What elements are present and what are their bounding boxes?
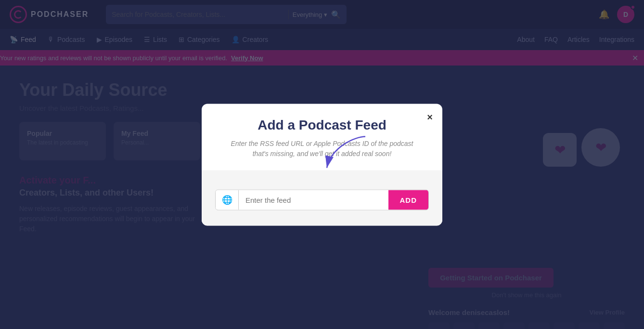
globe-icon: 🌐 bbox=[222, 195, 232, 205]
feed-icon-wrap: 🌐 bbox=[216, 190, 239, 210]
background-page: PODCHASER Everything ▾ 🔍 🔔 D 📡 Feed 🎙 bbox=[0, 0, 644, 329]
arrow-svg bbox=[303, 132, 370, 175]
add-feed-button[interactable]: ADD bbox=[388, 190, 429, 210]
feed-url-input[interactable] bbox=[239, 190, 388, 210]
modal-close-button[interactable]: × bbox=[427, 111, 433, 122]
add-podcast-modal: × Add a Podcast Feed Enter the RSS feed … bbox=[202, 104, 442, 225]
feed-input-row: 🌐 ADD bbox=[215, 189, 429, 210]
arrow-annotation bbox=[303, 132, 370, 177]
modal-title: Add a Podcast Feed bbox=[215, 117, 429, 132]
modal-body: 🌐 ADD bbox=[202, 170, 442, 225]
